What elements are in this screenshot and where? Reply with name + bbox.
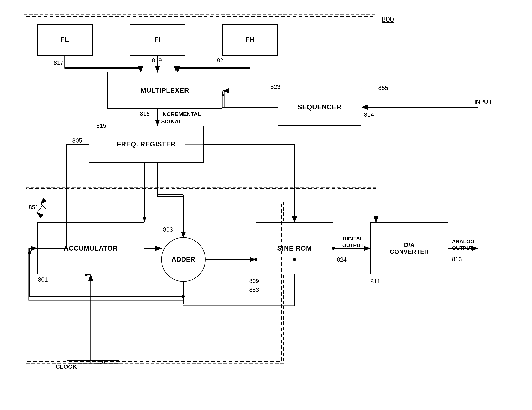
block-sine-rom: SINE ROM [256,222,333,274]
block-Fi: Fi [130,24,185,56]
label-801: 801 [38,276,48,283]
label-805: 805 [72,137,82,144]
label-824: 824 [337,256,347,263]
block-freq-register: FREQ. REGISTER [89,126,204,163]
label-851: 851 [29,204,38,211]
label-clock: CLOCK [56,363,77,370]
block-FH: FH [222,24,278,56]
label-814: 814 [364,111,374,118]
label-823: 823 [270,83,280,90]
label-807: 807 [96,359,106,366]
label-800: 800 [382,15,394,24]
label-digital-output: DIGITALOUTPUT [336,235,370,249]
block-sequencer: SEQUENCER [278,88,361,126]
block-adder: ADDER [161,237,206,282]
block-multiplexer: MULTIPLEXER [107,72,222,109]
label-853: 853 [249,286,259,293]
arrows-svg [0,0,532,410]
label-analog-output: ANALOGOUTPUT [452,238,475,252]
label-855: 855 [378,85,388,91]
label-811: 811 [370,278,380,285]
label-813: 813 [452,256,462,263]
label-816: 816 [140,110,150,117]
diagram: FL Fi FH MULTIPLEXER FREQ. REGISTER SEQU… [0,0,532,410]
block-FL: FL [37,24,93,56]
label-817: 817 [54,59,64,66]
block-accumulator: ACCUMULATOR [37,222,144,274]
block-da-converter: D/A CONVERTER [370,222,448,274]
label-incremental-signal: INCREMENTALSIGNAL [161,110,201,125]
label-819: 819 [152,57,162,64]
label-input: INPUT [474,98,492,105]
label-803: 803 [163,226,173,233]
label-815: 815 [96,122,106,129]
label-809: 809 [249,278,259,284]
label-821: 821 [217,57,227,64]
